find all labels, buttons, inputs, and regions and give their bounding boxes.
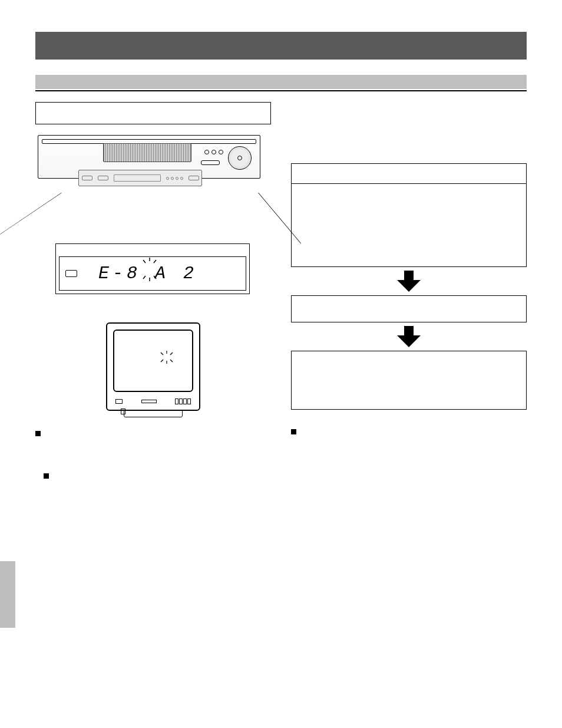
left-bullet-1 bbox=[35, 429, 271, 436]
zoom-callout-lines bbox=[55, 193, 250, 243]
tv-monitor-illustration bbox=[106, 322, 200, 417]
svg-line-1 bbox=[143, 260, 146, 263]
down-arrow-icon bbox=[397, 326, 421, 347]
side-tab bbox=[0, 561, 15, 628]
svg-marker-13 bbox=[397, 326, 421, 347]
right-bullet-1 bbox=[291, 427, 527, 434]
flow-box-1-header bbox=[292, 164, 526, 184]
svg-line-10 bbox=[170, 360, 173, 362]
svg-line-8 bbox=[170, 353, 173, 355]
section-underline bbox=[35, 90, 527, 91]
svg-line-9 bbox=[161, 360, 163, 362]
svg-marker-12 bbox=[397, 271, 421, 292]
flow-box-2 bbox=[291, 295, 527, 322]
down-arrow-icon bbox=[397, 271, 421, 292]
lcd-detail-box: E-8 A 2 bbox=[55, 243, 250, 294]
square-bullet-icon bbox=[291, 429, 296, 434]
flow-box-3 bbox=[291, 351, 527, 410]
square-bullet-icon bbox=[35, 431, 41, 436]
header-bar bbox=[35, 32, 527, 60]
starburst-icon bbox=[159, 351, 174, 364]
section-strip bbox=[35, 75, 527, 89]
svg-line-7 bbox=[161, 353, 163, 355]
lcd-text: E-8 A 2 bbox=[98, 263, 197, 284]
left-bullet-2 bbox=[44, 472, 271, 479]
title-box bbox=[35, 102, 271, 124]
dolby-icon bbox=[65, 270, 77, 277]
square-bullet-icon bbox=[44, 473, 49, 479]
vcr-illustration bbox=[38, 135, 262, 200]
lcd-readout: E-8 A 2 bbox=[98, 263, 197, 284]
svg-line-2 bbox=[154, 260, 156, 263]
flow-box-1 bbox=[291, 163, 527, 267]
